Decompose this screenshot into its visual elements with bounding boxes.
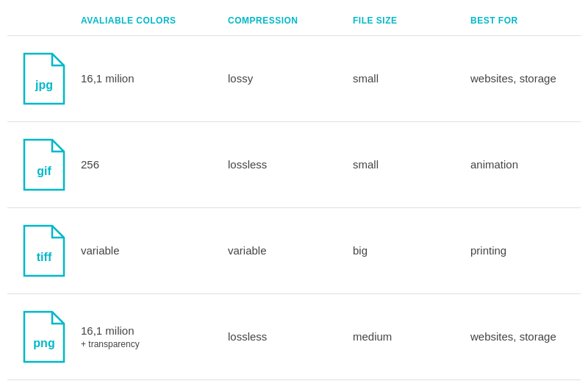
svg-text:png: png (33, 337, 54, 349)
header-bestfor: BEST FOR (470, 13, 588, 26)
table-row: tiffvariablevariablebigprinting (7, 208, 581, 294)
cell-filesize: small (353, 72, 470, 85)
cell-bestfor: websites, storage (470, 72, 588, 85)
file-icon-tiff: tiff (7, 224, 81, 277)
table-header: AVALIABLE COLORS COMPRESSION FILE SIZE B… (7, 0, 581, 36)
svg-text:gif: gif (37, 165, 51, 177)
cell-filesize: small (353, 158, 470, 171)
cell-bestfor: printing (470, 244, 588, 257)
header-compression: COMPRESSION (228, 13, 353, 26)
file-icon-jpg: jpg (7, 52, 81, 105)
cell-colors: 16,1 milion (81, 72, 228, 85)
header-colors: AVALIABLE COLORS (81, 13, 228, 26)
cell-colors: 16,1 milion+ transparency (81, 324, 228, 349)
cell-filesize: big (353, 244, 470, 257)
file-icon-gif: gif (7, 138, 81, 191)
table-row: gif256losslesssmallanimation (7, 122, 581, 208)
cell-colors: variable (81, 244, 228, 257)
header-filesize: FILE SIZE (353, 13, 470, 26)
table-body: jpg16,1 milionlossysmallwebsites, storag… (7, 36, 581, 380)
comparison-table: AVALIABLE COLORS COMPRESSION FILE SIZE B… (0, 0, 588, 380)
cell-bestfor: animation (470, 158, 588, 171)
cell-colors: 256 (81, 158, 228, 171)
table-row: png16,1 milion+ transparencylosslessmedi… (7, 294, 581, 380)
file-icon-png: png (7, 310, 81, 363)
svg-text:tiff: tiff (37, 251, 52, 263)
cell-compression: lossless (228, 158, 353, 171)
svg-text:jpg: jpg (35, 79, 53, 91)
cell-compression: lossy (228, 72, 353, 85)
cell-compression: lossless (228, 330, 353, 343)
table-row: jpg16,1 milionlossysmallwebsites, storag… (7, 36, 581, 122)
cell-bestfor: websites, storage (470, 330, 588, 343)
cell-compression: variable (228, 244, 353, 257)
cell-filesize: medium (353, 330, 470, 343)
